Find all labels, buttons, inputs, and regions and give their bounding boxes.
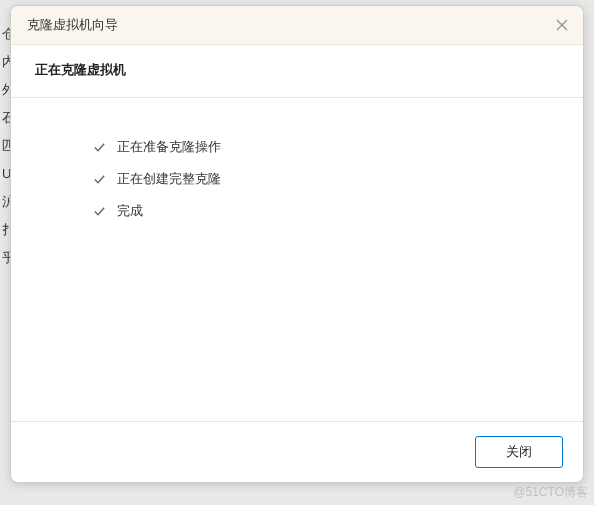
check-icon — [91, 139, 107, 155]
close-icon[interactable] — [553, 16, 571, 34]
step-item: 正在创建完整克隆 — [91, 170, 559, 188]
dialog-header: 克隆虚拟机向导 — [11, 6, 583, 45]
step-label: 正在准备克隆操作 — [117, 138, 221, 156]
step-label: 完成 — [117, 202, 143, 220]
dialog-subtitle: 正在克隆虚拟机 — [35, 61, 559, 79]
close-button[interactable]: 关闭 — [475, 436, 563, 468]
step-label: 正在创建完整克隆 — [117, 170, 221, 188]
check-icon — [91, 171, 107, 187]
dialog-title: 克隆虚拟机向导 — [27, 16, 567, 34]
dialog-footer: 关闭 — [11, 421, 583, 482]
step-item: 正在准备克隆操作 — [91, 138, 559, 156]
check-icon — [91, 203, 107, 219]
dialog-body: 正在准备克隆操作 正在创建完整克隆 完成 — [11, 98, 583, 421]
clone-wizard-dialog: 克隆虚拟机向导 正在克隆虚拟机 正在准备克隆操作 正在创建完整克隆 — [10, 5, 584, 483]
dialog-subheader: 正在克隆虚拟机 — [11, 45, 583, 98]
watermark: @51CTO博客 — [513, 484, 588, 501]
step-item: 完成 — [91, 202, 559, 220]
